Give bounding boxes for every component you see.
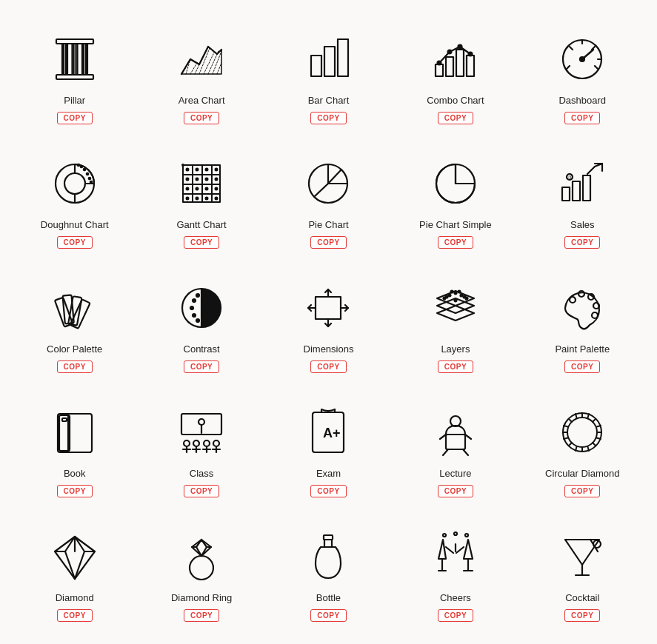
gantt-chart-label: Gantt Chart [176, 219, 226, 230]
svg-line-157 [593, 419, 596, 422]
dimensions-copy-button[interactable]: COPY [310, 360, 346, 373]
layers-label: Layers [441, 343, 470, 355]
icon-cell-class: Class COPY [141, 388, 261, 505]
bottle-copy-button[interactable]: COPY [310, 609, 346, 622]
bar-chart-copy-button[interactable]: COPY [310, 112, 346, 124]
bottle-label: Bottle [316, 592, 341, 603]
cocktail-label: Cocktail [565, 592, 599, 603]
svg-point-107 [448, 295, 450, 297]
cocktail-icon [553, 527, 612, 586]
gantt-chart-copy-button[interactable]: COPY [184, 236, 219, 249]
diamond-ring-copy-button[interactable]: COPY [184, 609, 219, 622]
svg-point-114 [458, 291, 460, 293]
svg-line-16 [204, 53, 214, 74]
cheers-label: Cheers [440, 592, 471, 603]
icon-cell-cheers: Cheers COPY [396, 512, 515, 629]
pillar-copy-button[interactable]: COPY [57, 112, 93, 124]
lecture-copy-button[interactable]: COPY [438, 485, 473, 497]
svg-rect-22 [338, 39, 348, 76]
paint-palette-copy-button[interactable]: COPY [564, 360, 600, 373]
svg-point-41 [64, 173, 85, 194]
exam-icon: A+ [299, 403, 358, 462]
icon-cell-sales: ① Sales COPY [523, 139, 642, 256]
layers-icon [426, 278, 485, 338]
icon-cell-pie-chart: Pie Chart COPY [269, 139, 388, 256]
svg-point-182 [454, 532, 457, 535]
svg-line-147 [440, 435, 446, 439]
doughnut-chart-copy-button[interactable]: COPY [57, 236, 93, 249]
book-copy-button[interactable]: COPY [57, 485, 93, 497]
icon-cell-color-palette: Color Palette COPY [15, 264, 134, 380]
svg-line-168 [65, 551, 75, 579]
dashboard-copy-button[interactable]: COPY [564, 112, 600, 124]
svg-point-115 [445, 296, 447, 298]
svg-point-65 [206, 178, 208, 181]
svg-line-39 [595, 66, 598, 69]
combo-chart-icon [426, 30, 485, 89]
circular-diamond-copy-button[interactable]: COPY [564, 485, 600, 497]
svg-point-69 [206, 188, 208, 190]
exam-copy-button[interactable]: COPY [310, 485, 346, 497]
icon-grid: Pillar COPY Area Chart COPY [15, 15, 642, 629]
svg-rect-143 [446, 435, 465, 449]
svg-point-181 [443, 534, 446, 537]
book-label: Book [64, 468, 86, 479]
contrast-copy-button[interactable]: COPY [184, 360, 219, 373]
pie-chart-simple-copy-button[interactable]: COPY [438, 236, 473, 249]
cheers-icon [426, 527, 485, 586]
icon-cell-cocktail: Cocktail COPY [523, 512, 642, 629]
svg-rect-26 [467, 56, 474, 76]
area-chart-label: Area Chart [179, 95, 225, 106]
cheers-copy-button[interactable]: COPY [438, 609, 473, 622]
pie-chart-icon [299, 154, 358, 213]
svg-point-132 [213, 440, 219, 446]
dimensions-icon [299, 278, 358, 338]
icon-cell-paint-palette: Paint Palette COPY [523, 264, 642, 380]
svg-line-155 [569, 419, 572, 422]
lecture-label: Lecture [439, 468, 471, 479]
color-palette-copy-button[interactable]: COPY [57, 360, 93, 373]
icon-cell-layers: Layers COPY [396, 264, 515, 380]
combo-chart-copy-button[interactable]: COPY [438, 112, 473, 124]
svg-point-48 [80, 166, 81, 167]
icon-cell-dashboard: Dashboard COPY [523, 15, 642, 132]
pie-chart-label: Pie Chart [308, 219, 348, 230]
contrast-icon [172, 278, 231, 338]
svg-point-68 [196, 188, 199, 190]
svg-line-169 [75, 551, 84, 579]
icon-cell-area-chart: Area Chart COPY [141, 15, 261, 132]
svg-point-121 [592, 312, 598, 318]
svg-point-71 [187, 198, 189, 200]
sales-copy-button[interactable]: COPY [564, 236, 600, 249]
svg-line-79 [328, 170, 341, 184]
svg-line-156 [593, 443, 596, 446]
doughnut-chart-label: Doughnut Chart [41, 219, 109, 230]
svg-point-118 [578, 291, 584, 297]
svg-point-97 [196, 319, 199, 322]
exam-label: Exam [316, 468, 341, 479]
pie-chart-copy-button[interactable]: COPY [310, 236, 346, 249]
icon-cell-book: Book COPY [15, 388, 134, 505]
book-icon [45, 403, 104, 462]
class-copy-button[interactable]: COPY [184, 485, 219, 497]
svg-rect-125 [62, 418, 67, 421]
svg-point-49 [77, 164, 79, 166]
svg-point-130 [193, 440, 199, 446]
cocktail-copy-button[interactable]: COPY [564, 609, 600, 622]
svg-point-30 [468, 53, 472, 56]
svg-line-35 [570, 47, 573, 50]
area-chart-copy-button[interactable]: COPY [184, 112, 219, 124]
svg-point-117 [570, 297, 576, 303]
svg-point-47 [88, 178, 90, 179]
svg-line-185 [456, 547, 464, 553]
sales-icon: ① [553, 154, 612, 213]
svg-point-50 [90, 181, 91, 183]
icon-cell-bottle: Bottle COPY [269, 512, 388, 629]
layers-copy-button[interactable]: COPY [438, 360, 473, 373]
svg-point-60 [196, 169, 199, 171]
svg-line-148 [465, 435, 471, 439]
svg-line-145 [463, 449, 468, 455]
diamond-copy-button[interactable]: COPY [57, 609, 93, 622]
svg-rect-83 [562, 187, 570, 201]
svg-point-37 [580, 57, 584, 61]
